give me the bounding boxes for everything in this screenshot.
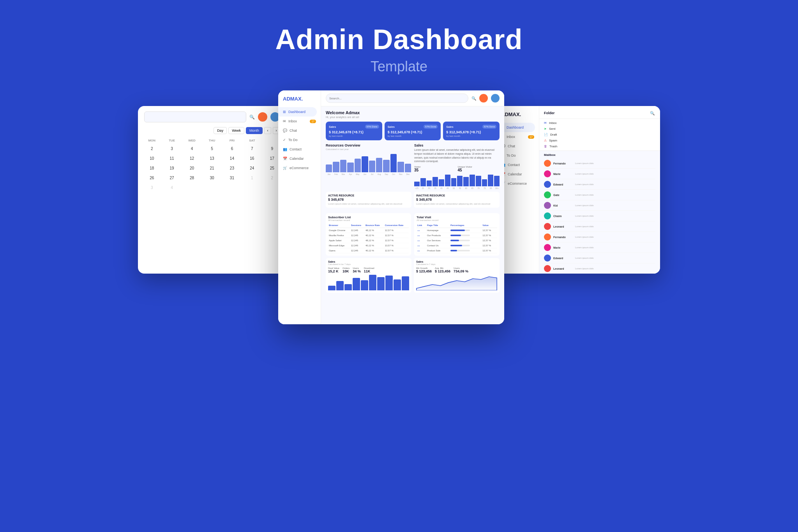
mail-item-4[interactable]: Gate Lorem ipsum dolo bbox=[544, 190, 655, 200]
sidebar-item-ecommerce[interactable]: 🛒 eCommerce bbox=[278, 163, 321, 173]
metric-users-2: Users 734,09 % bbox=[454, 267, 468, 273]
subscriber-sub: All transaction record bbox=[328, 219, 351, 221]
calendar-grid: MON TUE WED THU FRI SAT 2 3 4 5 6 7 9 10… bbox=[138, 137, 286, 193]
cal-day-12[interactable]: 12 bbox=[182, 154, 202, 163]
visitor-value: 35 bbox=[414, 168, 456, 172]
calendar-search[interactable] bbox=[144, 111, 246, 122]
cal-day-23[interactable]: 23 bbox=[222, 163, 242, 173]
metric-mtr-growth-val: $ 123,456 bbox=[416, 269, 432, 273]
mail-item-11[interactable]: Leonard Lorem ipsum dolo bbox=[544, 263, 655, 274]
cal-day-24[interactable]: 24 bbox=[242, 163, 262, 173]
resources-row: Resources Overview Calculated in last ye… bbox=[326, 143, 500, 189]
sidebar-item-todo[interactable]: ✓ To Do bbox=[278, 135, 321, 145]
cal-day-3[interactable]: 3 bbox=[162, 144, 182, 154]
cal-day-6[interactable]: 6 bbox=[222, 144, 242, 154]
mail-item-6[interactable]: Chaim Lorem ipsum dolo bbox=[544, 211, 655, 221]
folder-sent[interactable]: ➤ Sent bbox=[544, 126, 655, 131]
link-4[interactable]: »» bbox=[417, 243, 426, 248]
cal-day-30[interactable]: 30 bbox=[202, 173, 222, 183]
cell-browser-4: Microsoft Edge bbox=[328, 243, 350, 248]
day-button[interactable]: Day bbox=[214, 127, 227, 134]
sidebar-item-chat[interactable]: 💬 Chat bbox=[278, 126, 321, 135]
cal-day-13[interactable]: 13 bbox=[202, 154, 222, 163]
sidebar-item-contact[interactable]: 👥 Contact bbox=[278, 145, 321, 154]
cal-day-18[interactable]: 18 bbox=[142, 163, 162, 173]
mail-search-icon[interactable]: 🔍 bbox=[649, 110, 655, 116]
cal-day-26[interactable]: 26 bbox=[142, 173, 162, 183]
cell-conv-4: 13,57 % bbox=[384, 243, 409, 248]
cal-day-20[interactable]: 20 bbox=[182, 163, 202, 173]
search-input[interactable] bbox=[326, 94, 468, 103]
mbar-2 bbox=[420, 178, 426, 186]
sales-bar-chart-1 bbox=[328, 275, 409, 290]
cal-day-11[interactable]: 11 bbox=[162, 154, 182, 163]
xlabel-35: 35 bbox=[433, 187, 438, 189]
sidebar-item-dashboard[interactable]: ⊞ Dashboard bbox=[278, 107, 317, 117]
mail-item-3[interactable]: Edward Lorem ipsum dolo bbox=[544, 179, 655, 190]
metric-orders: Orders 10K bbox=[343, 267, 350, 273]
resources-section: Resources Overview Calculated in last ye… bbox=[326, 143, 411, 189]
cal-day-16[interactable]: 16 bbox=[242, 154, 262, 163]
cell-sessions-3: 12,345 bbox=[350, 238, 365, 243]
resource-row: ACTIVE RESOURCE $ 345,678 Lorem ipsum do… bbox=[326, 192, 500, 208]
table-row: Google Chrome 12,345 48,12 % 12,57 % bbox=[328, 228, 409, 233]
search-icon: 🔍 bbox=[471, 96, 476, 101]
cell-conv-5: 12,57 % bbox=[384, 248, 409, 253]
mail-preview-10: Lorem ipsum dolo bbox=[575, 257, 655, 259]
mail-item-2[interactable]: Marie Lorem ipsum dolo bbox=[544, 169, 655, 179]
mbar-7 bbox=[451, 178, 457, 186]
cal-day-10[interactable]: 10 bbox=[142, 154, 162, 163]
mail-item-7[interactable]: Leonard Lorem ipsum dolo bbox=[544, 221, 655, 232]
mail-preview-7: Lorem ipsum dolo bbox=[575, 225, 655, 228]
label-may: May bbox=[355, 173, 361, 175]
sidebar-item-calendar[interactable]: 📅 Calendar bbox=[278, 154, 321, 163]
folder-draft[interactable]: 📄 Draft bbox=[544, 132, 655, 137]
folder-trash[interactable]: 🗑 Trash bbox=[544, 144, 655, 149]
link-5[interactable]: »» bbox=[417, 248, 426, 253]
cal-day-19[interactable]: 19 bbox=[162, 163, 182, 173]
link-1[interactable]: »» bbox=[417, 228, 426, 233]
cal-day-28[interactable]: 28 bbox=[182, 173, 202, 183]
mail-item-8[interactable]: Fernando Lorem ipsum dolo bbox=[544, 232, 655, 242]
cal-day-21[interactable]: 21 bbox=[202, 163, 222, 173]
cal-day-1-next[interactable]: 1 bbox=[242, 173, 262, 183]
folder-inbox-label: Inbox bbox=[549, 121, 557, 125]
week-button[interactable]: Week bbox=[228, 127, 244, 134]
mail-item-1[interactable]: Fernando Lorem ipsum dolo bbox=[544, 158, 655, 169]
value-3: 12,57 % bbox=[482, 238, 497, 243]
day-wed: WED bbox=[182, 137, 202, 144]
cal-day-4-next[interactable]: 4 bbox=[162, 183, 182, 193]
cal-day-14[interactable]: 14 bbox=[222, 154, 242, 163]
link-2[interactable]: »» bbox=[417, 233, 426, 238]
cal-day-31[interactable]: 31 bbox=[222, 173, 242, 183]
active-resource-desc: Lorem ipsum dolor sit amet, consectetur … bbox=[328, 202, 409, 205]
cal-day-5[interactable]: 5 bbox=[202, 144, 222, 154]
sidebar-item-inbox[interactable]: ✉ Inbox 17 bbox=[278, 117, 321, 126]
link-3[interactable]: »» bbox=[417, 238, 426, 243]
xlabel-75: 75 bbox=[482, 187, 487, 189]
cal-day-27[interactable]: 27 bbox=[162, 173, 182, 183]
mail-item-10[interactable]: Edward Lorem ipsum dolo bbox=[544, 253, 655, 263]
value-4: 12,57 % bbox=[482, 243, 497, 248]
col-bounce: Bounce Rate bbox=[365, 223, 384, 228]
cal-day-3-next[interactable]: 3 bbox=[142, 183, 162, 193]
cal-day-2[interactable]: 2 bbox=[142, 144, 162, 154]
xlabel-30: 30 bbox=[427, 187, 432, 189]
month-button[interactable]: Month bbox=[246, 127, 263, 134]
prev-month-button[interactable]: ‹ bbox=[264, 127, 271, 134]
folder-spam[interactable]: ⚠ Spam bbox=[544, 138, 655, 143]
cal-day-7[interactable]: 7 bbox=[242, 144, 262, 154]
folder-inbox[interactable]: ✉ Inbox bbox=[544, 120, 655, 125]
inbox-badge: 17 bbox=[310, 120, 316, 123]
mail-item-9[interactable]: Marie Lorem ipsum dolo bbox=[544, 242, 655, 253]
bar-may bbox=[355, 159, 361, 172]
pct-bar-5 bbox=[450, 248, 482, 253]
mail-item-5[interactable]: Kid Lorem ipsum dolo bbox=[544, 200, 655, 211]
folder-sent-label: Sent bbox=[549, 127, 555, 131]
mbar-3 bbox=[427, 180, 432, 186]
day-thu: THU bbox=[202, 137, 222, 144]
cal-day-4[interactable]: 4 bbox=[182, 144, 202, 154]
stat-value-1: $ 312,345,678 (+8.71) bbox=[329, 130, 379, 134]
label-jul: Jul bbox=[369, 173, 375, 175]
subscriber-title-group: Subscriber List All transaction record bbox=[328, 216, 351, 221]
